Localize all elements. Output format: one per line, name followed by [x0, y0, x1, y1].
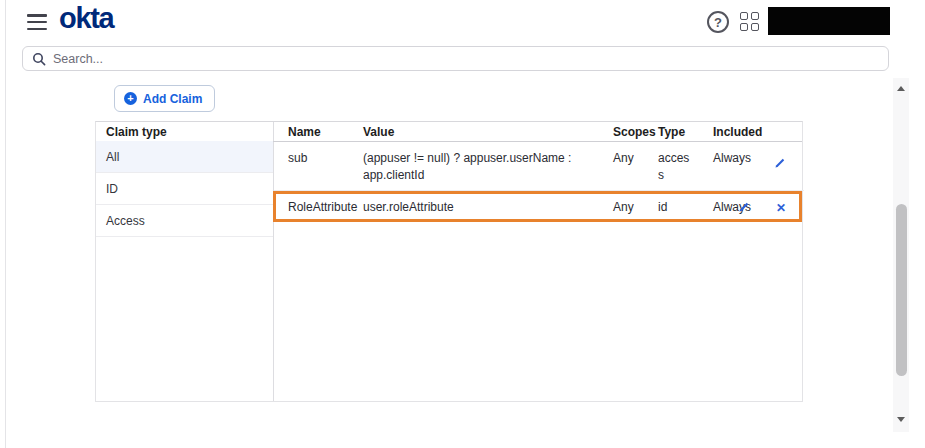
cell-type: id	[658, 198, 667, 215]
claim-type-label: Access	[106, 214, 145, 228]
hamburger-menu-icon[interactable]	[27, 14, 47, 30]
claim-type-label: ID	[106, 182, 118, 196]
column-header-scopes: Scopes	[613, 122, 656, 141]
user-account-redacted[interactable]	[768, 7, 890, 35]
cell-name: RoleAttribute	[288, 198, 357, 215]
okta-logo[interactable]: okta	[59, 2, 113, 35]
search-bar[interactable]	[22, 46, 889, 71]
page-left-border	[5, 0, 6, 448]
column-header-name: Name	[288, 122, 321, 141]
edit-icon[interactable]	[771, 155, 787, 171]
apps-grid-icon[interactable]	[740, 12, 760, 32]
cell-value: user.roleAttribute	[363, 198, 454, 215]
cell-name: sub	[288, 150, 358, 167]
claim-type-item-all[interactable]: All	[96, 141, 273, 173]
search-input[interactable]	[53, 52, 879, 66]
delete-icon[interactable]: ✕	[773, 200, 789, 216]
table-row-roleattribute-highlighted: RoleAttribute user.roleAttribute Any id …	[273, 191, 802, 222]
claim-type-item-id[interactable]: ID	[96, 173, 273, 205]
claim-type-item-access[interactable]: Access	[96, 205, 273, 237]
cell-value: (appuser != null) ? appuser.userName : a…	[363, 150, 595, 184]
help-glyph: ?	[714, 15, 722, 30]
add-claim-label: Add Claim	[143, 92, 202, 106]
claim-type-header: Claim type	[106, 122, 167, 141]
column-header-included: Included	[713, 122, 762, 141]
claim-type-label: All	[106, 150, 119, 164]
search-icon	[32, 52, 46, 66]
scroll-up-icon[interactable]	[897, 86, 905, 91]
edit-icon[interactable]	[735, 199, 751, 215]
column-header-type: Type	[658, 122, 685, 141]
table-row-sub: sub (appuser != null) ? appuser.userName…	[274, 141, 804, 191]
cell-scopes: Any	[613, 150, 634, 167]
cell-scopes: Any	[613, 198, 634, 215]
cell-included: Always	[713, 150, 751, 167]
column-header-value: Value	[363, 122, 394, 141]
scroll-down-icon[interactable]	[897, 417, 905, 422]
cell-type: access	[658, 150, 692, 184]
add-claim-button[interactable]: + Add Claim	[114, 85, 215, 112]
scrollbar-thumb[interactable]	[896, 204, 907, 376]
help-icon[interactable]: ?	[707, 11, 729, 33]
vertical-scrollbar[interactable]	[893, 78, 909, 432]
okta-admin-screen: okta ? + Add Claim Claim type Name Value…	[0, 0, 925, 448]
claims-table: Claim type Name Value Scopes Type Includ…	[95, 121, 803, 402]
plus-circle-icon: +	[124, 92, 137, 105]
